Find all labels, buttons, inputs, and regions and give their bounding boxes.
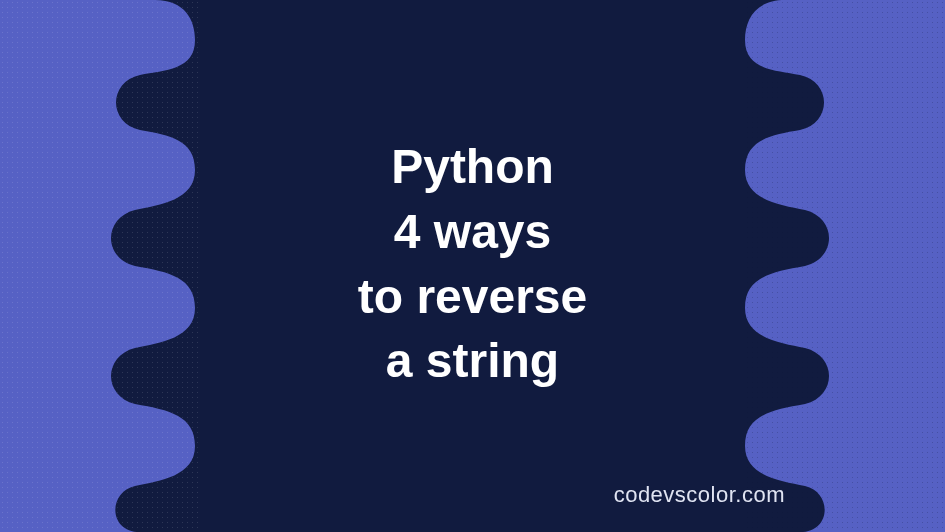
title-line-3: to reverse bbox=[0, 265, 945, 330]
title-block: Python 4 ways to reverse a string bbox=[0, 135, 945, 394]
title-line-1: Python bbox=[0, 135, 945, 200]
banner-image: Python 4 ways to reverse a string codevs… bbox=[0, 0, 945, 532]
title-line-2: 4 ways bbox=[0, 200, 945, 265]
watermark-text: codevscolor.com bbox=[614, 482, 785, 508]
title-line-4: a string bbox=[0, 329, 945, 394]
